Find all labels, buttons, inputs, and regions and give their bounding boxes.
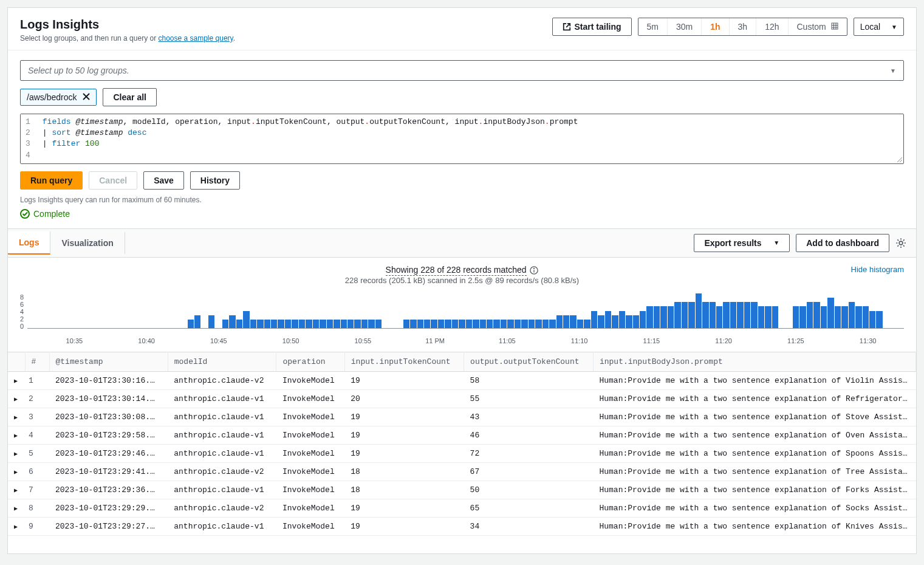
histogram-bar[interactable]: [723, 302, 729, 328]
save-button[interactable]: Save: [143, 171, 184, 190]
expand-row-icon[interactable]: ▶: [14, 451, 18, 457]
info-icon[interactable]: [530, 266, 538, 275]
histogram-bar[interactable]: [876, 311, 882, 329]
histogram-bar[interactable]: [354, 320, 360, 328]
histogram-bar[interactable]: [633, 315, 639, 328]
histogram-bar[interactable]: [341, 320, 347, 328]
expand-row-icon[interactable]: ▶: [14, 396, 18, 403]
expand-row-icon[interactable]: ▶: [14, 487, 18, 494]
histogram-bar[interactable]: [535, 320, 541, 328]
histogram-bar[interactable]: [521, 320, 527, 328]
histogram-bar[interactable]: [529, 320, 535, 328]
histogram-bar[interactable]: [855, 306, 861, 328]
histogram-bar[interactable]: [793, 306, 799, 328]
table-row[interactable]: ▶72023-10-01T23:29:36.…anthropic.claude-…: [8, 481, 916, 499]
histogram-bar[interactable]: [591, 311, 597, 329]
hide-histogram-link[interactable]: Hide histogram: [851, 265, 904, 274]
table-row[interactable]: ▶12023-10-01T23:30:16.…anthropic.claude-…: [8, 372, 916, 390]
histogram-bar[interactable]: [758, 306, 764, 328]
table-row[interactable]: ▶22023-10-01T23:30:14.…anthropic.claude-…: [8, 390, 916, 408]
histogram-bar[interactable]: [278, 320, 284, 328]
query-editor[interactable]: 1 2 3 4 fields @timestamp, modelId, oper…: [20, 114, 904, 164]
histogram-bar[interactable]: [292, 320, 298, 328]
histogram-bar[interactable]: [368, 320, 374, 328]
expand-row-icon[interactable]: ▶: [14, 378, 18, 385]
histogram-bar[interactable]: [563, 315, 569, 328]
histogram-bar[interactable]: [347, 320, 354, 328]
histogram-bar[interactable]: [772, 306, 778, 328]
histogram-bar[interactable]: [424, 320, 430, 328]
expand-row-icon[interactable]: ▶: [14, 524, 18, 530]
histogram-bar[interactable]: [619, 311, 625, 329]
col-prompt[interactable]: input.inputBodyJson.prompt: [593, 352, 915, 372]
time-opt-1h[interactable]: 1h: [702, 18, 729, 35]
histogram-bar[interactable]: [452, 320, 458, 328]
histogram-bar[interactable]: [466, 320, 472, 328]
expand-row-icon[interactable]: ▶: [14, 414, 18, 421]
export-results-button[interactable]: Export results ▼: [694, 234, 790, 252]
histogram-bar[interactable]: [236, 320, 242, 328]
time-opt-30m[interactable]: 30m: [668, 18, 702, 35]
histogram-bar[interactable]: [863, 306, 869, 328]
gear-icon[interactable]: [895, 238, 906, 248]
histogram-bar[interactable]: [674, 302, 680, 328]
table-row[interactable]: ▶52023-10-01T23:29:46.…anthropic.claude-…: [8, 445, 916, 463]
col-outputtokens[interactable]: output.outputTokenCount: [464, 352, 594, 372]
clear-all-button[interactable]: Clear all: [103, 88, 156, 106]
histogram-bar[interactable]: [501, 320, 507, 328]
tab-logs[interactable]: Logs: [8, 231, 50, 255]
histogram-bar[interactable]: [438, 320, 444, 328]
table-row[interactable]: ▶62023-10-01T23:29:41.…anthropic.claude-…: [8, 463, 916, 481]
histogram-bar[interactable]: [612, 315, 618, 328]
tab-visualization[interactable]: Visualization: [50, 232, 125, 254]
histogram-bar[interactable]: [807, 302, 813, 328]
histogram-bar[interactable]: [660, 306, 666, 328]
histogram-bar[interactable]: [813, 302, 820, 328]
histogram-bar[interactable]: [730, 302, 736, 328]
histogram-bar[interactable]: [556, 315, 563, 328]
histogram-bar[interactable]: [598, 315, 604, 328]
histogram-bar[interactable]: [696, 293, 702, 328]
histogram-bar[interactable]: [626, 315, 632, 328]
histogram-bar[interactable]: [841, 306, 847, 328]
col-timestamp[interactable]: @timestamp: [49, 352, 168, 372]
histogram-bar[interactable]: [229, 315, 235, 328]
histogram-bar[interactable]: [821, 306, 827, 328]
histogram-bar[interactable]: [827, 298, 833, 328]
histogram-bar[interactable]: [542, 320, 549, 328]
histogram-bar[interactable]: [682, 302, 688, 328]
histogram-bar[interactable]: [654, 306, 660, 328]
histogram-bar[interactable]: [487, 320, 493, 328]
histogram-bar[interactable]: [285, 320, 291, 328]
histogram-bar[interactable]: [515, 320, 521, 328]
expand-row-icon[interactable]: ▶: [14, 505, 18, 512]
histogram-bar[interactable]: [188, 320, 194, 328]
histogram-bar[interactable]: [327, 320, 333, 328]
table-row[interactable]: ▶42023-10-01T23:29:58.…anthropic.claude-…: [8, 426, 916, 445]
histogram-bar[interactable]: [361, 320, 368, 328]
time-opt-5m[interactable]: 5m: [638, 18, 668, 35]
history-button[interactable]: History: [190, 171, 240, 190]
histogram-bar[interactable]: [710, 302, 716, 328]
histogram-bar[interactable]: [417, 320, 423, 328]
histogram-bar[interactable]: [549, 320, 555, 328]
expand-row-icon[interactable]: ▶: [14, 469, 18, 476]
table-row[interactable]: ▶82023-10-01T23:29:29.…anthropic.claude-…: [8, 499, 916, 518]
histogram-bar[interactable]: [577, 320, 583, 328]
histogram-bar[interactable]: [688, 302, 694, 328]
histogram-bar[interactable]: [306, 320, 312, 328]
histogram-bar[interactable]: [668, 306, 674, 328]
histogram-bar[interactable]: [243, 311, 249, 329]
histogram-bar[interactable]: [264, 320, 270, 328]
histogram-bar[interactable]: [222, 320, 228, 328]
histogram-bar[interactable]: [507, 320, 513, 328]
log-group-select[interactable]: Select up to 50 log groups. ▼: [20, 60, 904, 81]
expand-row-icon[interactable]: ▶: [14, 433, 18, 439]
col-inputtokens[interactable]: input.inputTokenCount: [344, 352, 464, 372]
table-row[interactable]: ▶92023-10-01T23:29:27.…anthropic.claude-…: [8, 518, 916, 536]
start-tailing-button[interactable]: Start tailing: [552, 18, 632, 36]
histogram-bar[interactable]: [431, 320, 437, 328]
col-index[interactable]: #: [25, 352, 49, 372]
histogram-bar[interactable]: [640, 311, 646, 329]
histogram-bar[interactable]: [257, 320, 263, 328]
